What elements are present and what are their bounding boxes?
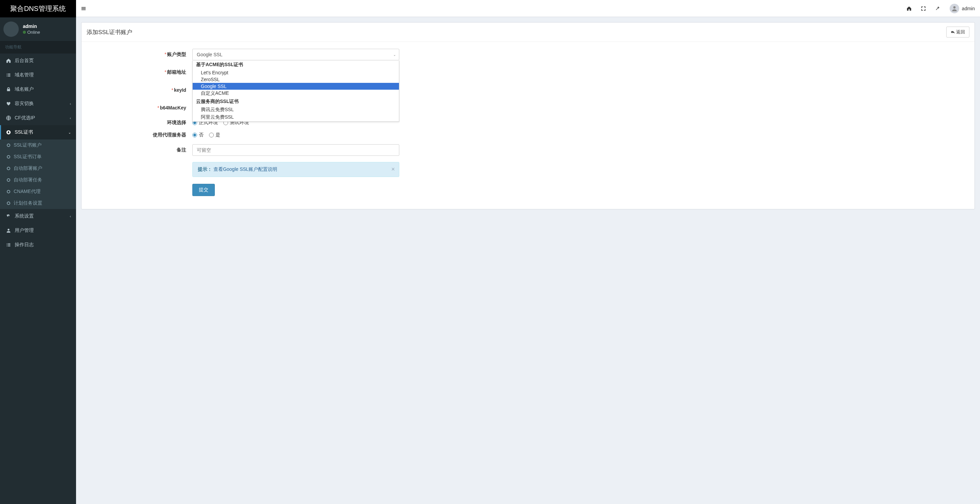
circle-icon xyxy=(7,202,10,205)
circle-icon xyxy=(7,143,10,147)
circle-icon xyxy=(7,178,10,182)
radio-proxy-yes[interactable]: 是 xyxy=(209,132,220,138)
submenu-cname-proxy[interactable]: CNAME代理 xyxy=(0,186,76,197)
label-proxy: 使用代理服务器 xyxy=(87,132,192,138)
sidebar-user-status: Online xyxy=(23,30,40,35)
toggle-sidebar-button[interactable] xyxy=(81,6,86,11)
circle-icon xyxy=(7,190,10,193)
chevron-left-icon: ‹ xyxy=(70,215,71,218)
gears-icon xyxy=(5,214,12,219)
hint-alert: 提示： 查看Google SSL账户配置说明 × xyxy=(192,162,399,177)
panel: 添加SSL证书账户 返回 *账户类型 Google SSL ⌄ 基于ACME的S… xyxy=(81,22,975,209)
sidebar-item-logs[interactable]: 操作日志 xyxy=(0,238,76,252)
chevron-down-icon: ⌄ xyxy=(68,130,71,134)
optgroup-cloud: 云服务商的SSL证书 xyxy=(192,97,399,106)
wrench-icon[interactable] xyxy=(935,6,940,11)
option-googlessl[interactable]: Google SSL xyxy=(192,83,399,90)
sidebar-item-users[interactable]: 用户管理 xyxy=(0,223,76,238)
sidebar-item-domain-account[interactable]: 域名账户 xyxy=(0,82,76,97)
option-ucloud[interactable]: UCloud免费SSL xyxy=(192,121,399,122)
chevron-left-icon: ‹ xyxy=(70,116,71,120)
sidebar-item-dashboard[interactable]: 后台首页 xyxy=(0,54,76,68)
topbar: admin xyxy=(76,0,980,17)
submenu-cron[interactable]: 计划任务设置 xyxy=(0,197,76,209)
label-account-type: *账户类型 xyxy=(87,51,192,58)
circle-icon xyxy=(7,167,10,170)
submenu-ssl-account[interactable]: SSL证书账户 xyxy=(0,140,76,151)
circle-icon xyxy=(7,155,10,159)
sidebar: 聚合DNS管理系统 admin Online 功能导航 后台首页 域名管理 域名… xyxy=(0,0,76,504)
optgroup-acme: 基于ACME的SSL证书 xyxy=(192,60,399,69)
submenu-deploy-account[interactable]: 自动部署账户 xyxy=(0,163,76,174)
list-icon xyxy=(5,73,12,78)
avatar-icon xyxy=(950,4,959,13)
label-email: *邮箱地址 xyxy=(87,69,192,75)
topbar-username: admin xyxy=(962,6,975,11)
label-env: 环境选择 xyxy=(87,120,192,126)
heartbeat-icon xyxy=(5,101,12,106)
hint-link[interactable]: 查看Google SSL账户配置说明 xyxy=(213,166,278,172)
user-icon xyxy=(5,228,12,233)
label-b64mackey: *b64MacKey xyxy=(87,105,192,110)
panel-title: 添加SSL证书账户 xyxy=(87,28,132,36)
home-icon[interactable] xyxy=(907,6,912,11)
avatar xyxy=(3,21,19,37)
hint-label: 提示： xyxy=(198,166,212,172)
submenu-deploy-task[interactable]: 自动部署任务 xyxy=(0,174,76,186)
sidebar-item-failover[interactable]: 容灾切换‹ xyxy=(0,97,76,111)
option-aliyun[interactable]: 阿里云免费SSL xyxy=(192,114,399,121)
home-icon xyxy=(5,58,12,63)
radio-proxy-no[interactable]: 否 xyxy=(192,132,204,138)
account-type-select[interactable]: Google SSL xyxy=(192,49,399,60)
list-alt-icon xyxy=(5,242,12,247)
user-panel: admin Online xyxy=(0,17,76,41)
app-logo: 聚合DNS管理系统 xyxy=(0,0,76,17)
label-keyid: *keyId xyxy=(87,87,192,93)
option-custom-acme[interactable]: 自定义ACME xyxy=(192,90,399,97)
svg-point-2 xyxy=(8,229,9,231)
sidebar-item-ssl[interactable]: SSL证书⌄ xyxy=(0,125,76,140)
option-tencent[interactable]: 腾讯云免费SSL xyxy=(192,106,399,114)
reply-icon xyxy=(951,30,955,34)
fullscreen-icon[interactable] xyxy=(921,6,926,11)
option-zerossl[interactable]: ZeroSSL xyxy=(192,76,399,83)
chevron-left-icon: ‹ xyxy=(70,102,71,106)
status-dot-icon xyxy=(23,31,26,34)
svg-point-3 xyxy=(953,6,955,8)
remark-input[interactable] xyxy=(192,144,399,156)
submenu-ssl-order[interactable]: SSL证书订单 xyxy=(0,151,76,163)
topbar-user-menu[interactable]: admin xyxy=(950,4,975,13)
submit-button[interactable]: 提交 xyxy=(192,184,215,196)
sidebar-item-settings[interactable]: 系统设置‹ xyxy=(0,209,76,223)
shield-lock-icon xyxy=(5,130,12,135)
lock-icon xyxy=(5,87,12,92)
sidebar-user-name: admin xyxy=(23,24,40,29)
back-button[interactable]: 返回 xyxy=(946,27,969,38)
close-icon[interactable]: × xyxy=(391,166,395,173)
sidebar-item-domain-manage[interactable]: 域名管理 xyxy=(0,68,76,82)
sidebar-item-cfip[interactable]: CF优选IP‹ xyxy=(0,111,76,125)
globe-icon xyxy=(5,116,12,120)
sidebar-section-header: 功能导航 xyxy=(0,41,76,54)
option-letsencrypt[interactable]: Let's Encrypt xyxy=(192,69,399,76)
label-remark: 备注 xyxy=(87,147,192,153)
account-type-dropdown: 基于ACME的SSL证书 Let's Encrypt ZeroSSL Googl… xyxy=(192,60,399,122)
